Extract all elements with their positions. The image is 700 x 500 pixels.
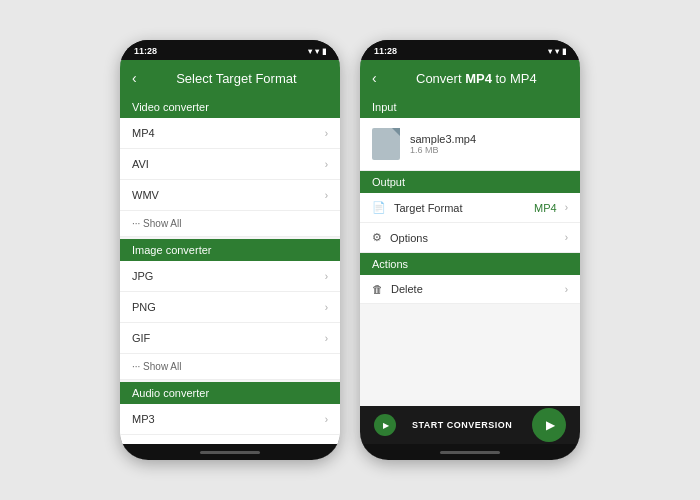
home-indicator-left [120,444,340,460]
wifi-icon: ▾ [548,47,552,56]
target-format-row[interactable]: 📄 Target Format MP4 › [360,193,580,223]
section-header-image: Image converter [120,239,340,261]
home-bar [440,451,500,454]
section-header-audio: Audio converter [120,382,340,404]
filename: sample3.mp4 [410,133,476,145]
play-button-large[interactable]: ▶ [532,408,566,442]
options-label: Options [390,232,557,244]
wifi-icon: ▾ [308,47,312,56]
status-bar-left: 11:28 ▾ ▾ ▮ [120,40,340,60]
section-header-actions: Actions [360,253,580,275]
chevron-icon: › [325,414,328,425]
show-all-image[interactable]: ··· Show All [120,354,340,380]
file-info: sample3.mp4 1.6 MB [410,133,476,155]
battery-icon: ▮ [562,47,566,56]
options-icon: ⚙ [372,231,382,244]
start-conversion-label: START CONVERSION [412,420,512,430]
right-screen: ‹ Convert MP4 to MP4 Input sample3.mp4 1… [360,60,580,460]
list-item-wav[interactable]: WAV › [120,435,340,444]
section-header-input: Input [360,96,580,118]
left-screen: ‹ Select Target Format Video converter M… [120,60,340,460]
options-row[interactable]: ⚙ Options › [360,223,580,253]
home-indicator-right [360,444,580,460]
home-bar [200,451,260,454]
back-icon[interactable]: ‹ [132,70,137,86]
target-format-label: Target Format [394,202,526,214]
time-right: 11:28 [374,46,397,56]
chevron-icon: › [325,159,328,170]
chevron-icon: › [325,128,328,139]
right-title: Convert MP4 to MP4 [385,71,568,86]
chevron-icon: › [565,284,568,295]
right-top-bar: ‹ Convert MP4 to MP4 [360,60,580,96]
start-conversion-bar[interactable]: ▶ START CONVERSION ▶ [360,406,580,444]
chevron-icon: › [325,302,328,313]
chevron-icon: › [325,333,328,344]
input-file-row: sample3.mp4 1.6 MB [360,118,580,171]
signal-icon: ▾ [315,47,319,56]
list-item-gif[interactable]: GIF › [120,323,340,354]
delete-label: Delete [391,283,557,295]
list-item-wmv[interactable]: WMV › [120,180,340,211]
filesize: 1.6 MB [410,145,476,155]
left-content: Video converter MP4 › AVI › WMV › ··· Sh… [120,96,340,444]
file-format-icon: 📄 [372,201,386,214]
back-icon[interactable]: ‹ [372,70,377,86]
target-format-value: MP4 [534,202,557,214]
list-item-png[interactable]: PNG › [120,292,340,323]
status-bar-right: 11:28 ▾ ▾ ▮ [360,40,580,60]
chevron-icon: › [565,202,568,213]
battery-icon: ▮ [322,47,326,56]
list-item-avi[interactable]: AVI › [120,149,340,180]
show-all-video[interactable]: ··· Show All [120,211,340,237]
section-header-output: Output [360,171,580,193]
status-icons-right: ▾ ▾ ▮ [548,47,566,56]
left-top-bar: ‹ Select Target Format [120,60,340,96]
delete-row[interactable]: 🗑 Delete › [360,275,580,304]
section-header-video: Video converter [120,96,340,118]
file-icon [372,128,400,160]
title-bold: MP4 [465,71,492,86]
list-item-mp4[interactable]: MP4 › [120,118,340,149]
right-content: Input sample3.mp4 1.6 MB Output 📄 Target… [360,96,580,406]
chevron-icon: › [325,271,328,282]
list-item-mp3[interactable]: MP3 › [120,404,340,435]
status-icons-left: ▾ ▾ ▮ [308,47,326,56]
left-phone: 11:28 ▾ ▾ ▮ ‹ Select Target Format Video… [120,40,340,460]
time-left: 11:28 [134,46,157,56]
chevron-icon: › [325,190,328,201]
play-button-small[interactable]: ▶ [374,414,396,436]
trash-icon: 🗑 [372,283,383,295]
left-title: Select Target Format [145,71,328,86]
right-phone: 11:28 ▾ ▾ ▮ ‹ Convert MP4 to MP4 Input s… [360,40,580,460]
chevron-icon: › [565,232,568,243]
signal-icon: ▾ [555,47,559,56]
list-item-jpg[interactable]: JPG › [120,261,340,292]
